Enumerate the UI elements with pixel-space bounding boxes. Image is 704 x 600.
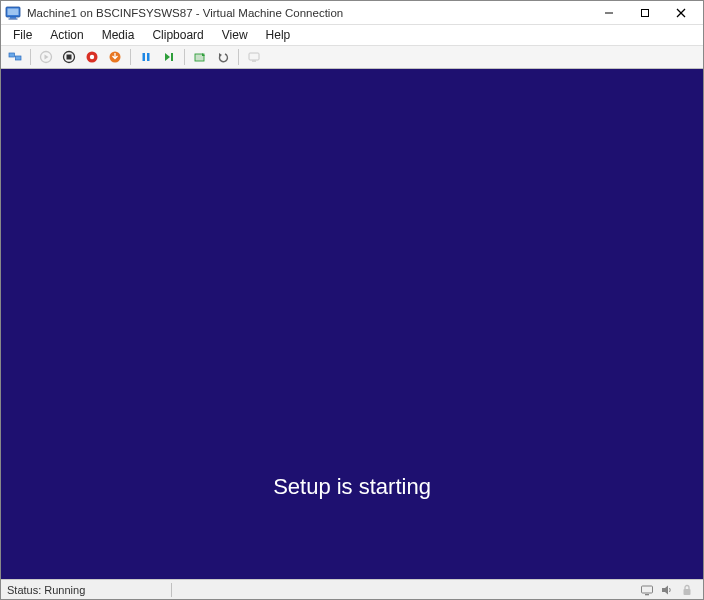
start-button[interactable]: [36, 47, 56, 67]
checkpoint-button[interactable]: [190, 47, 210, 67]
svg-rect-9: [16, 56, 22, 60]
minimize-button[interactable]: [591, 2, 627, 24]
svg-rect-23: [249, 53, 259, 60]
svg-rect-20: [171, 53, 173, 61]
toolbar-separator: [30, 49, 31, 65]
svg-rect-24: [252, 61, 256, 62]
turn-off-button[interactable]: [59, 47, 79, 67]
svg-rect-17: [143, 53, 146, 61]
statusbar: Status: Running: [1, 579, 703, 599]
status-text: Status: Running: [7, 584, 167, 596]
reset-button[interactable]: [159, 47, 179, 67]
menu-media[interactable]: Media: [94, 26, 143, 44]
speaker-icon[interactable]: [659, 582, 675, 598]
svg-rect-28: [684, 589, 691, 595]
svg-rect-1: [8, 8, 19, 15]
shutdown-button[interactable]: [82, 47, 102, 67]
lock-icon: [679, 582, 695, 598]
svg-rect-25: [642, 586, 653, 593]
svg-rect-18: [147, 53, 150, 61]
titlebar: Machine1 on BSCINFSYSWS87 - Virtual Mach…: [1, 1, 703, 25]
svg-rect-3: [9, 18, 18, 19]
setup-message: Setup is starting: [273, 474, 431, 500]
display-config-icon[interactable]: [639, 582, 655, 598]
svg-rect-2: [10, 17, 16, 19]
svg-point-15: [90, 55, 94, 59]
save-button[interactable]: [105, 47, 125, 67]
toolbar-separator: [130, 49, 131, 65]
svg-rect-8: [9, 53, 15, 57]
toolbar: [1, 45, 703, 69]
enhanced-session-button[interactable]: [244, 47, 264, 67]
svg-marker-27: [662, 585, 668, 594]
statusbar-separator: [171, 583, 172, 597]
close-button[interactable]: [663, 2, 699, 24]
window-title: Machine1 on BSCINFSYSWS87 - Virtual Mach…: [27, 7, 591, 19]
toolbar-separator: [238, 49, 239, 65]
svg-rect-26: [645, 594, 649, 595]
svg-rect-13: [67, 55, 72, 60]
toolbar-separator: [184, 49, 185, 65]
app-icon: [5, 5, 21, 21]
ctrl-alt-del-button[interactable]: [5, 47, 25, 67]
svg-marker-22: [219, 53, 222, 57]
menu-action[interactable]: Action: [42, 26, 91, 44]
svg-rect-5: [642, 9, 649, 16]
maximize-button[interactable]: [627, 2, 663, 24]
svg-marker-19: [165, 53, 170, 61]
menu-file[interactable]: File: [5, 26, 40, 44]
pause-button[interactable]: [136, 47, 156, 67]
menu-view[interactable]: View: [214, 26, 256, 44]
menubar: File Action Media Clipboard View Help: [1, 25, 703, 45]
revert-button[interactable]: [213, 47, 233, 67]
vm-display[interactable]: Setup is starting: [1, 69, 703, 579]
svg-marker-11: [45, 55, 49, 60]
menu-clipboard[interactable]: Clipboard: [144, 26, 211, 44]
menu-help[interactable]: Help: [258, 26, 299, 44]
window-controls: [591, 2, 699, 24]
